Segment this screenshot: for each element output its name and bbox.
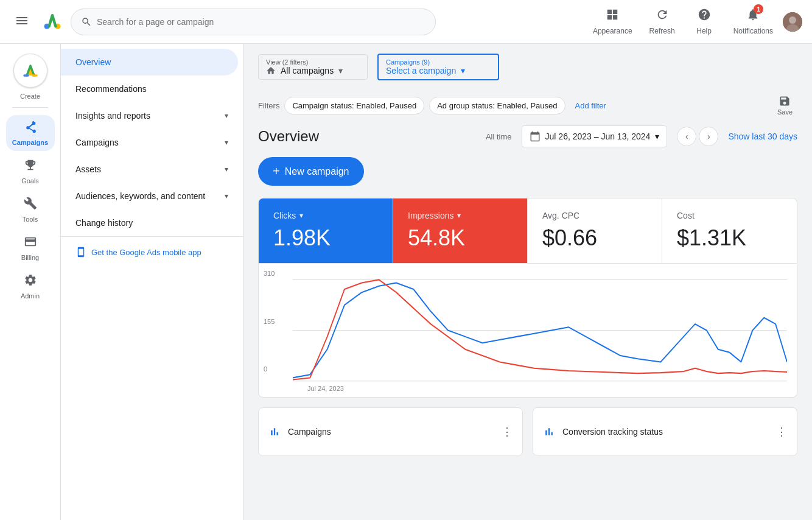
cost-label: Cost bbox=[677, 211, 782, 220]
date-range-value: Jul 26, 2023 – Jun 13, 2024 bbox=[545, 132, 651, 141]
add-filter-button[interactable]: Add filter bbox=[570, 97, 611, 114]
impressions-line bbox=[293, 279, 787, 379]
show-last-30-days-button[interactable]: Show last 30 days bbox=[728, 132, 797, 141]
filter-chip-campaign-status[interactable]: Campaign status: Enabled, Paused bbox=[284, 97, 424, 114]
sidebar-admin-label: Admin bbox=[21, 292, 40, 300]
nav-item-assets[interactable]: Assets ▾ bbox=[61, 156, 243, 183]
new-campaign-button[interactable]: + New campaign bbox=[258, 157, 364, 186]
sidebar: Create Campaigns Goals bbox=[0, 44, 61, 520]
overview-title: Overview bbox=[258, 128, 319, 145]
view-dropdown-value: All campaigns ▾ bbox=[266, 66, 360, 76]
mobile-app-footer[interactable]: Get the Google Ads mobile app bbox=[61, 236, 243, 267]
user-avatar[interactable] bbox=[783, 12, 802, 32]
create-button[interactable] bbox=[13, 54, 47, 88]
prev-arrow-button[interactable]: ‹ bbox=[677, 127, 696, 146]
nav-item-change-history[interactable]: Change history bbox=[61, 209, 243, 236]
left-nav: Overview Recommendations Insights and re… bbox=[61, 44, 243, 520]
metric-card-clicks[interactable]: Clicks ▾ 1.98K bbox=[259, 199, 393, 263]
sidebar-item-admin[interactable]: Admin bbox=[6, 269, 55, 304]
plus-icon: + bbox=[273, 164, 280, 178]
chart-y-labels: 310 155 0 bbox=[264, 270, 275, 373]
sidebar-item-billing[interactable]: Billing bbox=[6, 230, 55, 266]
save-icon bbox=[779, 95, 791, 107]
filters-section: View (2 filters) All campaigns ▾ Campaig… bbox=[258, 54, 797, 80]
notification-badge: 1 bbox=[754, 4, 763, 14]
conversion-tracking-card[interactable]: Conversion tracking status ⋮ bbox=[533, 407, 797, 456]
nav-item-insights[interactable]: Insights and reports ▾ bbox=[61, 102, 243, 129]
date-range-picker[interactable]: Jul 26, 2023 – Jun 13, 2024 ▾ bbox=[522, 125, 668, 147]
refresh-button[interactable]: Refresh bbox=[642, 3, 682, 40]
clicks-value: 1.98K bbox=[273, 225, 378, 251]
sidebar-item-campaigns[interactable]: Campaigns bbox=[6, 115, 55, 151]
next-arrow-button[interactable]: › bbox=[699, 127, 718, 146]
help-label: Help bbox=[696, 27, 712, 35]
search-input[interactable] bbox=[97, 17, 425, 27]
insights-chevron-icon: ▾ bbox=[225, 111, 228, 120]
google-ads-logo bbox=[41, 11, 63, 33]
notifications-button[interactable]: 1 Notifications bbox=[726, 3, 780, 40]
tools-icon bbox=[24, 197, 37, 213]
chart-svg bbox=[293, 273, 787, 387]
goals-icon bbox=[24, 158, 37, 175]
nav-item-overview[interactable]: Overview bbox=[61, 49, 238, 76]
date-range-chevron-icon: ▾ bbox=[655, 132, 659, 141]
chart-container: 310 155 0 Jul 24, 2023 bbox=[258, 264, 797, 398]
campaigns-card-menu-button[interactable]: ⋮ bbox=[502, 425, 513, 438]
svg-point-3 bbox=[789, 16, 796, 24]
layout: Create Campaigns Goals bbox=[0, 44, 812, 520]
view-dropdown-label: View (2 filters) bbox=[266, 58, 360, 66]
refresh-icon bbox=[656, 8, 669, 24]
campaigns-card-icon bbox=[268, 426, 281, 438]
help-icon bbox=[698, 8, 711, 24]
view-chevron-icon: ▾ bbox=[338, 66, 343, 76]
nav-item-recommendations[interactable]: Recommendations bbox=[61, 76, 243, 102]
save-button[interactable]: Save bbox=[772, 90, 797, 121]
help-button[interactable]: Help bbox=[685, 3, 724, 40]
appearance-button[interactable]: Appearance bbox=[586, 3, 640, 40]
notifications-icon: 1 bbox=[746, 8, 760, 24]
clicks-label: Clicks ▾ bbox=[273, 211, 378, 220]
nav-item-campaigns[interactable]: Campaigns ▾ bbox=[61, 129, 243, 156]
sidebar-item-tools[interactable]: Tools bbox=[6, 192, 55, 228]
appearance-label: Appearance bbox=[593, 27, 632, 35]
appearance-icon bbox=[606, 8, 619, 24]
metrics-row: Clicks ▾ 1.98K Impressions ▾ 54.8K Avg. … bbox=[258, 198, 797, 264]
main-content: View (2 filters) All campaigns ▾ Campaig… bbox=[243, 44, 812, 520]
campaign-chevron-icon: ▾ bbox=[461, 66, 465, 76]
admin-icon bbox=[24, 273, 37, 290]
avg-cpc-value: $0.66 bbox=[542, 225, 647, 251]
filter-bar: Filters Campaign status: Enabled, Paused… bbox=[258, 90, 797, 121]
metric-card-impressions[interactable]: Impressions ▾ 54.8K bbox=[393, 199, 528, 263]
save-label: Save bbox=[777, 108, 793, 116]
chart-x-label: Jul 24, 2023 bbox=[307, 385, 344, 392]
impressions-value: 54.8K bbox=[408, 225, 513, 251]
sidebar-item-goals[interactable]: Goals bbox=[6, 153, 55, 189]
billing-icon bbox=[24, 235, 37, 251]
view-dropdown[interactable]: View (2 filters) All campaigns ▾ bbox=[258, 54, 368, 80]
assets-chevron-icon: ▾ bbox=[225, 165, 228, 174]
sidebar-goals-label: Goals bbox=[21, 177, 39, 184]
home-icon bbox=[266, 66, 276, 76]
create-label: Create bbox=[20, 93, 40, 100]
metric-card-avg-cpc[interactable]: Avg. CPC $0.66 bbox=[528, 199, 662, 263]
campaign-dropdown[interactable]: Campaigns (9) Select a campaign ▾ bbox=[377, 54, 499, 80]
filter-chip-adgroup-status[interactable]: Ad group status: Enabled, Paused bbox=[429, 97, 565, 114]
conversion-tracking-title: Conversion tracking status bbox=[562, 427, 663, 437]
conversion-card-menu-button[interactable]: ⋮ bbox=[776, 425, 787, 438]
campaigns-chevron-icon: ▾ bbox=[225, 138, 228, 147]
notifications-label: Notifications bbox=[733, 27, 773, 35]
campaign-dropdown-label: Campaigns (9) bbox=[386, 58, 491, 66]
menu-icon[interactable] bbox=[10, 9, 34, 35]
conversion-card-icon bbox=[543, 426, 555, 438]
topbar: Appearance Refresh Help bbox=[0, 0, 812, 44]
campaigns-icon bbox=[24, 120, 37, 136]
campaigns-card[interactable]: Campaigns ⋮ bbox=[258, 407, 523, 456]
metric-card-cost[interactable]: Cost $1.31K bbox=[662, 199, 797, 263]
mobile-app-label: Get the Google Ads mobile app bbox=[91, 248, 201, 257]
filter-bar-label: Filters bbox=[258, 101, 279, 110]
time-selector: All time bbox=[486, 132, 512, 141]
impressions-label: Impressions ▾ bbox=[408, 211, 513, 220]
sidebar-campaigns-label: Campaigns bbox=[12, 139, 48, 146]
nav-item-audiences[interactable]: Audiences, keywords, and content ▾ bbox=[61, 183, 243, 209]
search-bar[interactable] bbox=[71, 9, 436, 35]
